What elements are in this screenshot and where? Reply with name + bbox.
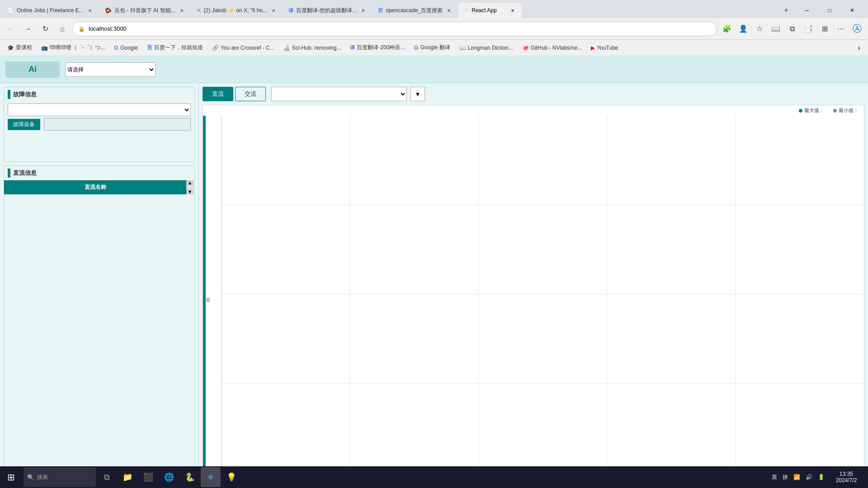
- dc-section-indicator: [8, 169, 10, 178]
- app-area: Ai 请选择 故障信息: [0, 56, 868, 488]
- settings-icon[interactable]: ⋯: [834, 22, 848, 36]
- bookmark-bilibili[interactable]: 📺 哔哩哔哩（゜-゜）つ...: [38, 42, 108, 53]
- tab-close[interactable]: ✕: [178, 7, 185, 14]
- tab-tab6[interactable]: ⚛ React App ✕: [458, 3, 522, 18]
- chart-grid: [221, 116, 864, 473]
- bookmark-baidu[interactable]: 百 百度一下，你就知道: [143, 42, 207, 53]
- dc-table: 直流名称: [4, 180, 186, 194]
- tab-tab1[interactable]: 📄 Online Jobs | Freelance E... ✕: [2, 3, 99, 18]
- taskbar-clock[interactable]: 13:35 2024/7/2: [828, 471, 864, 483]
- maximize-button[interactable]: □: [819, 3, 840, 18]
- fault-device-input[interactable]: [44, 118, 191, 131]
- tab-label: 豆包 - 抖音旗下 AI 智能...: [114, 7, 175, 14]
- favorites-bar-icon[interactable]: 📑: [801, 22, 816, 36]
- chart-svg: [222, 116, 864, 473]
- tab-close[interactable]: ✕: [509, 7, 516, 14]
- tab-close[interactable]: ✕: [359, 7, 367, 14]
- tab-favicon: ✕: [197, 7, 201, 14]
- bookmark-favicon: 🔗: [212, 45, 219, 51]
- tab-favicon: 🫘: [105, 7, 112, 14]
- tab-label: Online Jobs | Freelance E...: [17, 7, 84, 14]
- tab-close[interactable]: ✕: [86, 7, 94, 14]
- legend-max: 最大值：: [799, 107, 826, 114]
- bookmark-aike[interactable]: 🎓 爱课程: [4, 42, 36, 53]
- split-screen-icon[interactable]: ⧉: [785, 22, 799, 36]
- bookmark-label: 哔哩哔哩（゜-゜）つ...: [50, 44, 105, 52]
- bookmark-favicon: G: [114, 44, 118, 51]
- tray-sound[interactable]: 🔊: [804, 472, 814, 482]
- legend-min-dot: [833, 109, 837, 113]
- tab-tab4[interactable]: 译 百度翻译-您的超级翻译... ✕: [283, 3, 372, 18]
- tab-tab3[interactable]: ✕ (2) Jakob ⚡ on X: "6 ho... ✕: [191, 3, 283, 18]
- bookmarks-bar: 🎓 爱课程 📺 哔哩哔哩（゜-゜）つ... G Google 百 百度一下，你就…: [0, 40, 868, 56]
- chart-tab-ac[interactable]: 交流: [235, 87, 266, 101]
- taskbar-app[interactable]: ⚛: [201, 467, 221, 487]
- start-button[interactable]: ⊞: [0, 466, 22, 488]
- bookmark-youtube[interactable]: ▶ YouTube: [587, 43, 622, 53]
- tray-network[interactable]: 📶: [792, 472, 802, 482]
- fault-section-header: 故障信息: [4, 87, 194, 102]
- taskbar-explorer[interactable]: 📁: [118, 467, 137, 487]
- fault-device-row: 故障设备: [8, 118, 191, 131]
- edge-icon: 🌐: [164, 472, 174, 482]
- tray-ime2[interactable]: 拼: [781, 472, 790, 483]
- clock-date: 2024/7/2: [836, 477, 857, 483]
- taskbar-edge[interactable]: 🌐: [159, 467, 179, 487]
- address-input[interactable]: [89, 25, 711, 32]
- forward-button[interactable]: →: [21, 22, 35, 36]
- dc-scrollbar: ▲ ▼: [186, 180, 194, 194]
- bookmark-longman[interactable]: 📖 Longman Diction...: [456, 43, 517, 53]
- extensions-icon[interactable]: 🧩: [720, 22, 734, 36]
- taskbar-task-view[interactable]: ⧉: [97, 467, 117, 487]
- close-button[interactable]: ✕: [842, 3, 863, 18]
- chart-canvas: 0: [203, 116, 864, 484]
- new-tab-button[interactable]: +: [780, 4, 793, 17]
- home-button[interactable]: ⌂: [55, 22, 70, 36]
- taskbar-terminal[interactable]: ⬛: [138, 467, 158, 487]
- more-bookmarks-button[interactable]: ›: [854, 42, 864, 53]
- chart-tab-dc[interactable]: 直流: [203, 87, 233, 101]
- tray-ime[interactable]: 英: [770, 472, 779, 483]
- bookmark-crossref[interactable]: 🔗 You are Crossref - C...: [208, 43, 278, 53]
- bookmark-googletranslate[interactable]: G Google 翻译: [410, 42, 454, 53]
- tab-close[interactable]: ✕: [445, 7, 453, 14]
- favorites-icon[interactable]: ☆: [752, 22, 767, 36]
- fault-info-select[interactable]: [8, 103, 191, 116]
- browser-toolbar: ← → ↻ ⌂ 🔒 🧩 👤 ☆ 📖 ⧉ 📑 ⊞ ⋯ Ⓐ: [0, 18, 868, 40]
- bookmark-google[interactable]: G Google: [110, 42, 142, 53]
- chart-area: 最大值： 最小值： 0: [203, 105, 864, 484]
- tab-tab2[interactable]: 🫘 豆包 - 抖音旗下 AI 智能... ✕: [99, 3, 191, 18]
- legend-max-label: 最大值：: [804, 107, 824, 114]
- chart-legend: 最大值： 最小值：: [203, 105, 864, 116]
- dc-scroll-up[interactable]: ▲: [186, 180, 193, 185]
- bookmark-github[interactable]: 🐙 GitHub - NVlabs/ne...: [519, 43, 585, 53]
- taskbar-pycharm[interactable]: 🐍: [180, 467, 200, 487]
- refresh-button[interactable]: ↻: [38, 22, 52, 36]
- tab-bar: 📄 Online Jobs | Freelance E... ✕ 🫘 豆包 - …: [0, 0, 868, 18]
- reading-view-icon[interactable]: 📖: [769, 22, 783, 36]
- minimize-button[interactable]: ─: [797, 3, 817, 18]
- tray-battery[interactable]: 🔋: [816, 472, 826, 482]
- terminal-icon: ⬛: [143, 472, 153, 482]
- chart-tab-dropdown[interactable]: [271, 87, 407, 101]
- app-header: Ai 请选择: [0, 56, 868, 83]
- tab-tab5[interactable]: 百 opencascade_百度搜索 ✕: [373, 3, 458, 18]
- back-button[interactable]: ←: [4, 22, 18, 36]
- profile-icon[interactable]: 👤: [736, 22, 750, 36]
- lock-icon: 🔒: [78, 26, 85, 32]
- tab-close[interactable]: ✕: [270, 7, 277, 14]
- taskbar-idea[interactable]: 💡: [222, 467, 241, 487]
- fault-section: 故障信息 故障设备: [4, 87, 195, 162]
- app-logo: Ai: [5, 61, 60, 78]
- bookmark-baidutranslate[interactable]: 译 百度翻译-200种语...: [346, 42, 408, 53]
- bookmark-label: Longman Diction...: [468, 45, 513, 51]
- chart-dropdown-arrow[interactable]: ▼: [410, 87, 425, 101]
- header-dropdown[interactable]: 请选择: [65, 62, 156, 77]
- dc-scroll-down[interactable]: ▼: [186, 189, 193, 194]
- bookmark-label: GitHub - NVlabs/ne...: [531, 45, 582, 51]
- bookmark-favicon: 📖: [459, 45, 466, 51]
- bookmark-scihub[interactable]: 🔬 Sci-Hub: removing...: [280, 43, 345, 53]
- ime-label: 英: [772, 474, 777, 481]
- collections-icon[interactable]: ⊞: [817, 22, 832, 36]
- taskbar-search[interactable]: 🔍 搜索: [24, 467, 96, 487]
